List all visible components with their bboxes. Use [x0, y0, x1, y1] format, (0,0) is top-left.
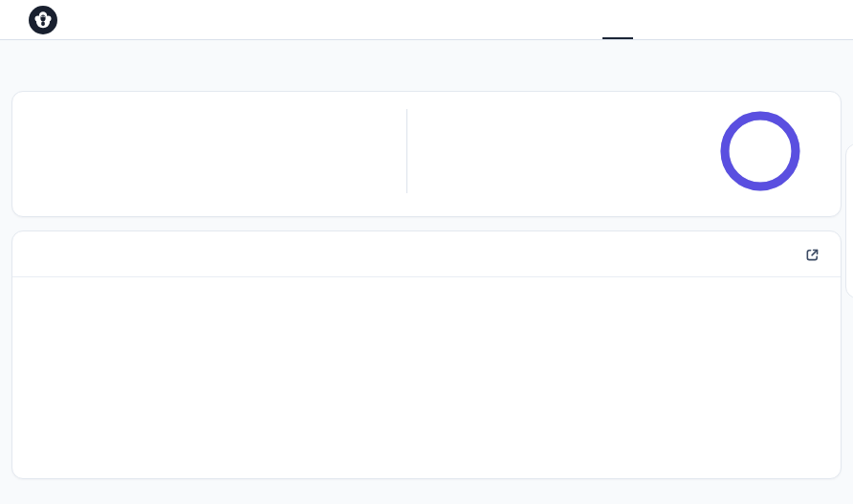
stats-card — [11, 91, 842, 217]
dashboard-page — [0, 40, 853, 479]
logical-size-stat — [419, 92, 718, 216]
next-card-peek — [845, 143, 853, 298]
latest-snapshots-card — [11, 230, 842, 479]
total-snapshots-stat — [12, 92, 278, 216]
external-link-icon — [805, 248, 820, 262]
donut-percent-label — [718, 109, 802, 193]
latest-snapshots-header — [12, 231, 841, 277]
tab-alerting[interactable] — [679, 0, 710, 39]
view-all-link[interactable] — [799, 248, 820, 262]
tab-dashboard[interactable] — [602, 0, 633, 39]
tab-snapshots[interactable] — [641, 0, 671, 39]
storage-usage-donut-chart — [718, 109, 802, 193]
top-navigation-bar — [0, 0, 853, 40]
brand[interactable] — [0, 0, 65, 39]
stats-divider — [406, 109, 407, 193]
sparkline-svg — [278, 111, 401, 199]
plakar-logo-icon — [29, 6, 57, 34]
primary-nav — [602, 0, 710, 39]
snapshots-sparkline-chart — [278, 111, 401, 216]
